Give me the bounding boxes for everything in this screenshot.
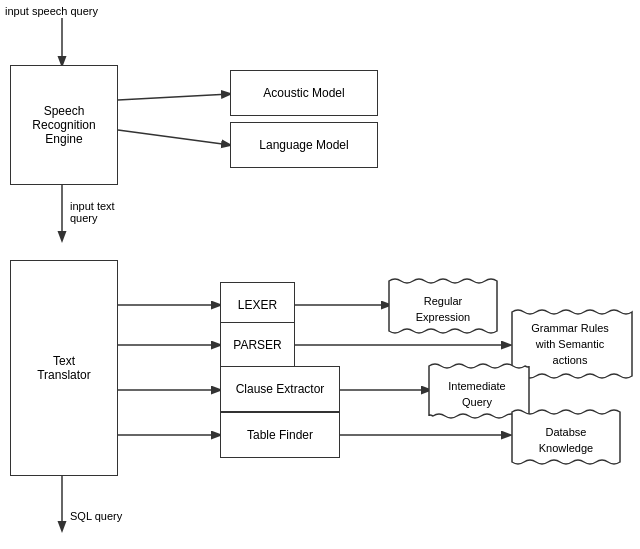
database-knowledge-wavy: Databse Knowledge bbox=[508, 408, 623, 466]
regular-expression-wavy: Regular Expression bbox=[385, 277, 500, 335]
clause-extractor-label: Clause Extractor bbox=[236, 382, 325, 396]
speech-engine-label: Speech Recognition Engine bbox=[32, 104, 95, 146]
table-finder-label: Table Finder bbox=[247, 428, 313, 442]
parser-label: PARSER bbox=[233, 338, 281, 352]
diagram: input speech query Speech Recognition En… bbox=[0, 0, 640, 549]
svg-line-2 bbox=[118, 130, 230, 145]
svg-text:Expression: Expression bbox=[416, 311, 470, 323]
sql-query-label: SQL query bbox=[70, 510, 122, 522]
svg-text:Query: Query bbox=[462, 396, 492, 408]
svg-text:Databse: Databse bbox=[546, 426, 587, 438]
language-model-label: Language Model bbox=[259, 138, 348, 152]
svg-text:Knowledge: Knowledge bbox=[539, 442, 593, 454]
speech-engine-box: Speech Recognition Engine bbox=[10, 65, 118, 185]
table-finder-box: Table Finder bbox=[220, 412, 340, 458]
input-speech-label: input speech query bbox=[5, 5, 115, 17]
language-model-box: Language Model bbox=[230, 122, 378, 168]
text-translator-label: Text Translator bbox=[37, 354, 91, 382]
svg-text:Grammar Rules: Grammar Rules bbox=[531, 322, 609, 334]
acoustic-model-label: Acoustic Model bbox=[263, 86, 344, 100]
svg-line-1 bbox=[118, 94, 230, 100]
clause-extractor-box: Clause Extractor bbox=[220, 366, 340, 412]
svg-text:actions: actions bbox=[553, 354, 588, 366]
input-text-label: input text query bbox=[70, 200, 150, 224]
parser-box: PARSER bbox=[220, 322, 295, 368]
svg-text:Regular: Regular bbox=[424, 295, 463, 307]
lexer-label: LEXER bbox=[238, 298, 277, 312]
text-translator-box: Text Translator bbox=[10, 260, 118, 476]
svg-text:Intemediate: Intemediate bbox=[448, 380, 505, 392]
svg-text:with Semantic: with Semantic bbox=[535, 338, 605, 350]
acoustic-model-box: Acoustic Model bbox=[230, 70, 378, 116]
